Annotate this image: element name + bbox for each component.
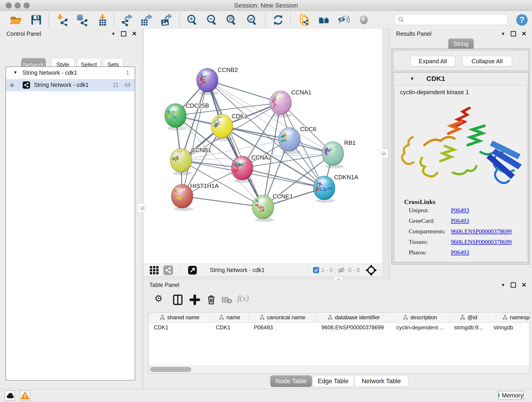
column-header-shared-name[interactable]: shared name (149, 313, 211, 322)
node-CCNA1[interactable]: CCNA1 (270, 89, 311, 118)
panel-menu-icon[interactable]: ▼ (501, 32, 505, 36)
table-row[interactable]: CDK1CDK1P064939606.ENSP00000378699cyclin… (149, 323, 530, 332)
table-cell[interactable]: P06493 (249, 323, 317, 332)
right-splitter-handle[interactable] (379, 149, 388, 158)
panel-float-icon[interactable] (121, 31, 126, 36)
detach-view-icon[interactable] (188, 266, 197, 275)
panel-close-icon[interactable]: ✕ (132, 31, 137, 37)
warnings-button[interactable] (20, 390, 30, 401)
node-label-CDKN1A: CDKN1A (334, 174, 358, 181)
zoom-fit-button[interactable] (225, 13, 238, 26)
add-column-icon[interactable] (189, 294, 201, 306)
zoom-in-button[interactable] (186, 13, 199, 26)
node-label-RB1: RB1 (344, 139, 356, 146)
collapse-all-button[interactable]: Collapse All (462, 56, 512, 66)
edge-CCNB2-HIST1H1A[interactable] (182, 80, 207, 196)
column-header-database-identifier[interactable]: database identifier (317, 313, 391, 322)
delete-column-icon[interactable] (205, 294, 217, 306)
table-cell[interactable]: CDK1 (149, 323, 211, 332)
zoom-out-button[interactable] (206, 13, 218, 26)
import-table-button[interactable] (96, 13, 109, 26)
control-panel: Control Panel ▼ ✕ Network Style Select S… (0, 29, 143, 389)
zoom-selected-button[interactable] (246, 13, 259, 26)
network-view[interactable]: CCNB2CCNA1CDC25BCDK1CDC6RB1CCNB1CCNA2CDK… (144, 29, 382, 264)
panel-float-icon[interactable] (511, 31, 516, 36)
node-HIST1H1A[interactable]: HIST1H1A (171, 182, 219, 211)
edge-HIST1H1A-CCNE1[interactable] (182, 196, 263, 207)
collection-expander-icon[interactable]: ▼ (13, 70, 17, 75)
crosslink-row: Tissues: 9606.ENSP00000378699 (409, 239, 523, 249)
save-session-button[interactable] (30, 13, 43, 26)
table-cell[interactable]: stringdb (488, 323, 530, 332)
node-CDC6[interactable]: CDC6 (279, 126, 317, 154)
gene-section-header[interactable]: ▼ CDK1 (393, 72, 528, 85)
export-network-button[interactable] (121, 13, 133, 26)
panel-close-icon[interactable]: ✕ (521, 282, 526, 288)
node-CCNE1[interactable]: CCNE1 (252, 193, 293, 222)
string-network-graph[interactable]: CCNB2CCNA1CDC25BCDK1CDC6RB1CCNB1CCNA2CDK… (144, 29, 382, 264)
node-CCNB1[interactable]: CCNB1 (170, 147, 211, 175)
table-tabs: Node Table Edge Table Network Table (270, 375, 409, 387)
panel-menu-icon[interactable]: ▼ (111, 32, 115, 36)
crosslink-link[interactable]: 9606.ENSP00000378699 (451, 228, 512, 235)
import-network-file-button[interactable] (56, 13, 69, 26)
selected-items-checkbox[interactable] (313, 267, 319, 273)
export-image-button[interactable] (160, 13, 173, 26)
show-graphics-toggle[interactable] (357, 13, 370, 26)
current-network-dot (10, 83, 14, 87)
table-options-gear-icon[interactable]: ⚙ (154, 293, 163, 303)
crosslink-link[interactable]: P06493 (451, 217, 469, 224)
import-network-database-button[interactable] (76, 13, 89, 26)
network-view-mode-icon[interactable] (163, 265, 173, 275)
column-header--id[interactable]: @id (449, 313, 488, 322)
tab-string[interactable]: String (448, 38, 474, 49)
node-CDKN1A[interactable]: CDKN1A (313, 174, 358, 203)
node-CCNA2[interactable]: CCNA2 (231, 154, 272, 183)
hide-glass-effect-button[interactable] (337, 13, 350, 26)
tab-network-table[interactable]: Network Table (355, 375, 408, 387)
show-columns-icon[interactable] (172, 294, 184, 306)
node-CCNB2[interactable]: CCNB2 (196, 66, 238, 95)
column-header-canonical-name[interactable]: canonical name (249, 313, 317, 322)
help-button[interactable]: ? (515, 13, 528, 26)
panel-menu-icon[interactable]: ▼ (501, 283, 505, 287)
node-CDC25B[interactable]: CDC25B (165, 102, 209, 130)
table-cell[interactable]: cyclin-dependent ... (391, 323, 449, 332)
gene-expander-icon[interactable]: ▼ (410, 76, 414, 81)
table-h-scrollbar[interactable] (149, 365, 530, 373)
refresh-button[interactable] (272, 13, 285, 26)
table-cell[interactable]: 9606.ENSP00000378699 (317, 323, 391, 332)
birdseye-navigator-icon[interactable] (365, 264, 377, 276)
left-splitter-handle[interactable] (138, 204, 147, 212)
export-table-button[interactable] (140, 13, 153, 26)
search-input[interactable] (405, 16, 507, 23)
toolbar-search[interactable] (395, 14, 507, 25)
open-session-button[interactable] (9, 13, 22, 26)
panel-close-icon[interactable]: ✕ (521, 31, 526, 37)
title-bar[interactable]: Session: New Session (0, 0, 532, 11)
crosslink-link[interactable]: 9606.ENSP00000378699 (451, 239, 512, 245)
network-collection-row[interactable]: ▼ String Network - cdk1 1 (6, 67, 135, 79)
column-header-namespace[interactable]: namespace (488, 313, 530, 322)
crosslink-link[interactable]: P06493 (451, 207, 469, 214)
network-row[interactable]: String Network - cdk1 11 48 (6, 79, 135, 91)
panel-float-icon[interactable] (511, 282, 516, 288)
grid-view-icon[interactable] (149, 266, 159, 275)
table-cell[interactable]: CDK1 (211, 323, 249, 332)
string-home-button[interactable] (318, 13, 331, 26)
tab-edge-table[interactable]: Edge Table (312, 375, 354, 387)
table-cell[interactable]: stringdb:9... (449, 323, 488, 332)
column-header-description[interactable]: description (391, 313, 449, 322)
crosslink-link[interactable]: P06493 (451, 249, 469, 256)
tab-node-table[interactable]: Node Table (270, 375, 312, 387)
column-header-name[interactable]: name (211, 313, 249, 322)
expand-all-button[interactable]: Expand All (410, 56, 455, 66)
share-network-file-button[interactable] (298, 13, 311, 26)
table-panel: Table Panel ▼ ✕ ⚙ f(x (144, 280, 532, 389)
cloud-status-button[interactable] (5, 390, 15, 401)
file-share-icon (298, 13, 311, 26)
node-RB1[interactable]: RB1 (322, 139, 356, 168)
edge-CCNB2-CCNA1[interactable] (207, 80, 281, 103)
scrollbar-thumb[interactable] (150, 367, 191, 372)
memory-button[interactable]: Memory (498, 391, 524, 400)
